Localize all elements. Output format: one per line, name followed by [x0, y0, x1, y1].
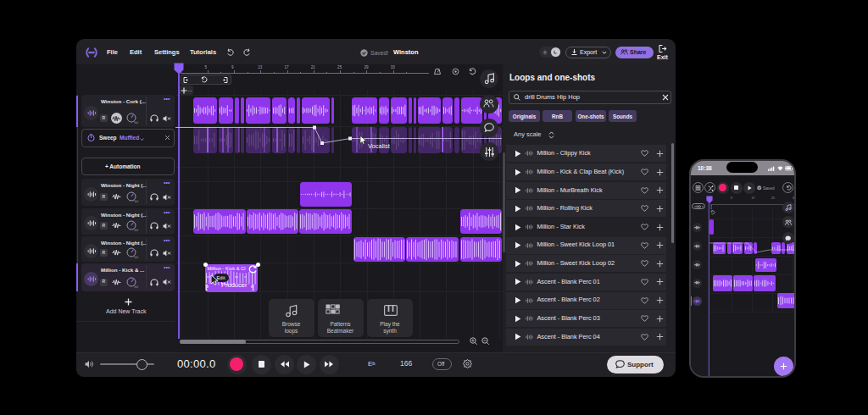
svg-text:Vol: Vol	[134, 256, 138, 259]
svg-text:Vol: Vol	[134, 200, 138, 203]
svg-text:Vol: Vol	[134, 229, 138, 232]
svg-text:Vol: Vol	[134, 121, 138, 125]
svg-text:Vol: Vol	[134, 285, 138, 289]
